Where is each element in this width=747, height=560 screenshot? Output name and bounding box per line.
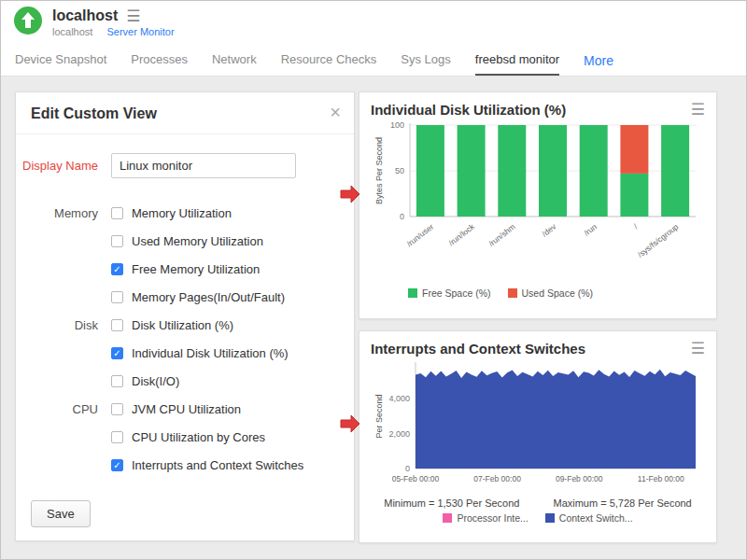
- tab-more[interactable]: More: [584, 45, 613, 76]
- legend-item: Context Switch...: [545, 512, 633, 524]
- svg-text:/run: /run: [582, 222, 599, 238]
- checkbox-interrupts-and-context-switches[interactable]: ✓: [111, 459, 123, 471]
- checkbox-disk-i-o[interactable]: [111, 375, 123, 387]
- breadcrumb-host: localhost: [52, 26, 92, 37]
- svg-text:50: 50: [395, 166, 404, 175]
- group-label-cpu: CPU: [16, 402, 111, 416]
- svg-text:/run/shm: /run/shm: [486, 222, 516, 248]
- option-row: CPU Utilization by Cores: [16, 423, 354, 451]
- legend-swatch: [443, 513, 452, 523]
- option-row: Used Memory Utilization: [16, 227, 354, 255]
- svg-text:4,000: 4,000: [388, 394, 410, 403]
- disk-legend: Free Space (%)Used Space (%): [408, 287, 705, 299]
- custom-view-form: Display Name MemoryMemory UtilizationUse…: [16, 134, 354, 479]
- tab-freebsd-monitor[interactable]: freebsd monitor: [475, 45, 559, 76]
- minmax-summary: Minimum = 1,530 Per Second Maximum = 5,7…: [371, 497, 705, 509]
- option-row: Disk(I/O): [16, 367, 354, 395]
- interrupts-chart-title: Interrupts and Context Switches: [371, 341, 585, 357]
- svg-text:/run/user: /run/user: [405, 222, 436, 249]
- header-text: localhost ☰ localhost Server Monitor: [52, 7, 175, 37]
- group-label-memory: Memory: [16, 206, 111, 220]
- disk-chart-svg: 050100/run/user/run/lock/run/shm/dev/run…: [371, 119, 707, 287]
- checkbox-label: Disk Utilization (%): [132, 318, 233, 332]
- checkbox-memory-pages-in-out-fault[interactable]: [111, 291, 123, 303]
- maximum-value: Maximum = 5,728 Per Second: [553, 497, 691, 509]
- legend-swatch: [545, 513, 555, 523]
- option-row: ✓Interrupts and Context Switches: [16, 451, 354, 479]
- svg-text:/sys/fs/cgroup: /sys/fs/cgroup: [636, 222, 681, 259]
- checkbox-free-memory-utilization[interactable]: ✓: [111, 263, 123, 275]
- save-button[interactable]: Save: [31, 500, 91, 527]
- option-row: ✓Free Memory Utilization: [16, 255, 354, 283]
- option-row: Memory Pages(In/Out/Fault): [16, 283, 354, 311]
- svg-text:/dev: /dev: [540, 221, 557, 238]
- svg-text:100: 100: [390, 120, 404, 130]
- svg-text:0: 0: [400, 212, 404, 221]
- checkbox-label: JVM CPU Utilization: [132, 402, 241, 416]
- disk-chart-title: Individual Disk Utilization (%): [371, 102, 566, 118]
- disk-utilization-card: Individual Disk Utilization (%) ☰ 050100…: [359, 91, 717, 319]
- panel-title: Edit Custom View: [31, 105, 157, 121]
- svg-text:11-Feb 00:00: 11-Feb 00:00: [638, 474, 684, 483]
- breadcrumb-server-monitor-link[interactable]: Server Monitor: [106, 26, 174, 37]
- svg-text:2,000: 2,000: [388, 429, 410, 439]
- checkbox-cpu-utilization-by-cores[interactable]: [111, 431, 123, 443]
- tab-processes[interactable]: Processes: [131, 45, 188, 76]
- group-label-disk: Disk: [16, 318, 111, 332]
- hamburger-menu-icon[interactable]: ☰: [126, 8, 140, 24]
- legend-item: Processor Inte...: [443, 512, 528, 524]
- edit-custom-view-panel: Edit Custom View × Display Name MemoryMe…: [15, 91, 355, 541]
- main-content: Edit Custom View × Display Name MemoryMe…: [0, 77, 747, 560]
- legend-swatch: [508, 288, 517, 298]
- checkbox-label: CPU Utilization by Cores: [132, 430, 265, 444]
- tab-network[interactable]: Network: [212, 45, 257, 76]
- option-row: CPUJVM CPU Utilization: [16, 395, 354, 423]
- chart-menu-icon[interactable]: ☰: [691, 102, 705, 118]
- svg-text:07-Feb 00:00: 07-Feb 00:00: [473, 474, 521, 483]
- checkbox-jvm-cpu-utilization[interactable]: [111, 403, 123, 415]
- checkbox-groups: MemoryMemory UtilizationUsed Memory Util…: [16, 199, 354, 479]
- interrupts-card: Interrupts and Context Switches ☰ 02,000…: [359, 330, 717, 543]
- interrupts-legend: Processor Inte...Context Switch...: [371, 512, 705, 524]
- red-arrow-icon: [340, 185, 360, 207]
- option-row: MemoryMemory Utilization: [16, 199, 354, 227]
- svg-text:0: 0: [405, 464, 410, 473]
- checkbox-disk-utilization[interactable]: [111, 319, 123, 331]
- server-up-status-icon: [13, 6, 43, 39]
- tab-device-snapshot[interactable]: Device Snapshot: [15, 45, 106, 76]
- tab-resource-checks[interactable]: Resource Checks: [281, 45, 377, 76]
- display-name-label: Display Name: [16, 159, 111, 173]
- legend-item: Used Space (%): [508, 287, 593, 299]
- tab-sys-logs[interactable]: Sys Logs: [401, 45, 450, 76]
- svg-text:/run/lock: /run/lock: [446, 221, 476, 247]
- checkbox-individual-disk-utilization[interactable]: ✓: [111, 347, 123, 359]
- display-name-row: Display Name: [16, 153, 354, 178]
- minimum-value: Minimum = 1,530 Per Second: [384, 497, 519, 509]
- checkbox-label: Individual Disk Utilization (%): [132, 346, 289, 360]
- tab-bar-items: Device SnapshotProcessesNetworkResource …: [15, 45, 559, 76]
- red-arrow-icon: [340, 414, 360, 437]
- checkbox-label: Interrupts and Context Switches: [132, 458, 303, 472]
- checkbox-label: Disk(I/O): [132, 374, 179, 388]
- svg-text:/: /: [632, 221, 641, 231]
- svg-text:05-Feb 00:00: 05-Feb 00:00: [392, 474, 440, 483]
- tab-bar: Device SnapshotProcessesNetworkResource …: [0, 45, 747, 77]
- host-title: localhost: [52, 7, 118, 24]
- checkbox-used-memory-utilization[interactable]: [111, 235, 123, 247]
- checkbox-label: Free Memory Utilization: [132, 262, 260, 276]
- display-name-input[interactable]: [111, 153, 296, 178]
- breadcrumb: localhost Server Monitor: [52, 26, 175, 37]
- app-header: localhost ☰ localhost Server Monitor: [0, 0, 747, 45]
- legend-swatch: [408, 288, 417, 298]
- svg-text:09-Feb 00:00: 09-Feb 00:00: [556, 474, 603, 483]
- chart-menu-icon[interactable]: ☰: [691, 341, 705, 357]
- svg-text:Per Second: Per Second: [374, 394, 384, 438]
- option-row: DiskDisk Utilization (%): [16, 311, 354, 339]
- legend-item: Free Space (%): [408, 287, 491, 299]
- close-icon[interactable]: ×: [330, 102, 341, 123]
- checkbox-label: Memory Pages(In/Out/Fault): [132, 290, 285, 304]
- checkbox-label: Memory Utilization: [132, 206, 232, 220]
- interrupts-chart-svg: 02,0004,00005-Feb 00:0007-Feb 00:0009-Fe…: [371, 358, 707, 495]
- checkbox-memory-utilization[interactable]: [111, 207, 123, 219]
- checkbox-label: Used Memory Utilization: [132, 234, 263, 248]
